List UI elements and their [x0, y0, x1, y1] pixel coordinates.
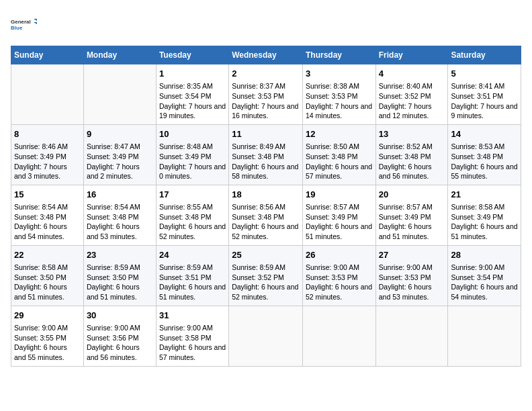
sunset-time: Sunset: 3:49 PM: [14, 152, 66, 161]
day-number: 15: [14, 189, 81, 201]
page-header: General Blue: [11, 11, 521, 38]
header-tuesday: Tuesday: [156, 46, 228, 64]
sunset-time: Sunset: 3:48 PM: [306, 152, 358, 161]
sunset-time: Sunset: 3:49 PM: [87, 152, 139, 161]
day-number: 24: [159, 249, 226, 261]
daylight-hours: Daylight: 6 hours and 51 minutes.: [14, 283, 67, 301]
day-number: 13: [379, 128, 445, 140]
daylight-hours: Daylight: 6 hours and 56 minutes.: [87, 343, 140, 361]
sunrise-time: Sunrise: 8:52 AM: [379, 142, 433, 150]
sunrise-time: Sunrise: 8:48 AM: [159, 142, 213, 150]
sunset-time: Sunset: 3:50 PM: [87, 273, 139, 281]
sunrise-time: Sunrise: 8:46 AM: [14, 142, 68, 150]
sunrise-time: Sunrise: 8:37 AM: [232, 82, 285, 90]
day-number: 12: [306, 128, 373, 140]
calendar-cell: [375, 306, 448, 366]
day-number: 22: [14, 249, 81, 261]
calendar-cell: 22Sunrise: 8:58 AMSunset: 3:50 PMDayligh…: [11, 245, 84, 306]
sunrise-time: Sunrise: 8:49 AM: [232, 142, 285, 150]
day-number: 27: [379, 249, 445, 261]
daylight-hours: Daylight: 6 hours and 55 minutes.: [451, 163, 517, 181]
sunrise-time: Sunrise: 8:58 AM: [451, 203, 504, 211]
calendar-cell: 9Sunrise: 8:47 AMSunset: 3:49 PMDaylight…: [83, 124, 156, 185]
sunset-time: Sunset: 3:48 PM: [451, 152, 503, 161]
calendar-cell: 13Sunrise: 8:52 AMSunset: 3:48 PMDayligh…: [375, 124, 448, 185]
sunset-time: Sunset: 3:53 PM: [306, 92, 358, 100]
day-number: 25: [232, 249, 300, 261]
calendar-week-4: 29Sunrise: 9:00 AMSunset: 3:55 PMDayligh…: [11, 306, 521, 366]
sunset-time: Sunset: 3:53 PM: [232, 92, 284, 100]
daylight-hours: Daylight: 6 hours and 52 minutes.: [232, 222, 298, 240]
calendar-week-3: 22Sunrise: 8:58 AMSunset: 3:50 PMDayligh…: [11, 245, 521, 306]
sunset-time: Sunset: 3:52 PM: [232, 273, 284, 281]
svg-marker-2: [34, 19, 37, 21]
sunset-time: Sunset: 3:52 PM: [379, 92, 431, 100]
sunset-time: Sunset: 3:48 PM: [14, 213, 66, 221]
calendar-cell: 16Sunrise: 8:54 AMSunset: 3:48 PMDayligh…: [83, 185, 156, 245]
calendar-week-1: 8Sunrise: 8:46 AMSunset: 3:49 PMDaylight…: [11, 124, 521, 185]
day-number: 21: [451, 189, 518, 201]
sunrise-time: Sunrise: 8:56 AM: [232, 203, 285, 211]
daylight-hours: Daylight: 6 hours and 51 minutes.: [306, 222, 372, 240]
daylight-hours: Daylight: 7 hours and 12 minutes.: [379, 102, 432, 120]
day-number: 10: [159, 128, 226, 140]
calendar-table: SundayMondayTuesdayWednesdayThursdayFrid…: [11, 46, 521, 367]
calendar-cell: 25Sunrise: 8:59 AMSunset: 3:52 PMDayligh…: [229, 245, 303, 306]
calendar-cell: 17Sunrise: 8:55 AMSunset: 3:48 PMDayligh…: [156, 185, 228, 245]
calendar-cell: [448, 306, 521, 366]
calendar-cell: 14Sunrise: 8:53 AMSunset: 3:48 PMDayligh…: [448, 124, 521, 185]
sunset-time: Sunset: 3:48 PM: [232, 213, 284, 221]
sunset-time: Sunset: 3:56 PM: [87, 334, 139, 342]
sunrise-time: Sunrise: 9:00 AM: [451, 263, 504, 271]
calendar-cell: [83, 64, 156, 125]
calendar-cell: 29Sunrise: 9:00 AMSunset: 3:55 PMDayligh…: [11, 306, 84, 366]
day-number: 9: [87, 128, 153, 140]
calendar-cell: 27Sunrise: 9:00 AMSunset: 3:53 PMDayligh…: [375, 245, 448, 306]
sunset-time: Sunset: 3:48 PM: [379, 152, 431, 161]
daylight-hours: Daylight: 6 hours and 52 minutes.: [159, 222, 226, 240]
day-number: 19: [306, 189, 373, 201]
sunrise-time: Sunrise: 9:00 AM: [306, 263, 359, 271]
daylight-hours: Daylight: 6 hours and 53 minutes.: [87, 222, 140, 240]
sunset-time: Sunset: 3:49 PM: [306, 213, 358, 221]
calendar-cell: 31Sunrise: 9:00 AMSunset: 3:58 PMDayligh…: [156, 306, 228, 366]
calendar-cell: 8Sunrise: 8:46 AMSunset: 3:49 PMDaylight…: [11, 124, 84, 185]
calendar-week-0: 1Sunrise: 8:35 AMSunset: 3:54 PMDaylight…: [11, 64, 521, 125]
day-number: 1: [159, 68, 226, 80]
sunrise-time: Sunrise: 8:54 AM: [87, 203, 140, 211]
day-number: 29: [14, 310, 81, 322]
sunrise-time: Sunrise: 8:35 AM: [159, 82, 213, 90]
calendar-cell: [229, 306, 303, 366]
calendar-cell: 5Sunrise: 8:41 AMSunset: 3:51 PMDaylight…: [448, 64, 521, 125]
calendar-cell: 30Sunrise: 9:00 AMSunset: 3:56 PMDayligh…: [83, 306, 156, 366]
daylight-hours: Daylight: 6 hours and 55 minutes.: [14, 343, 67, 361]
daylight-hours: Daylight: 6 hours and 52 minutes.: [232, 283, 298, 301]
sunrise-time: Sunrise: 8:41 AM: [451, 82, 504, 90]
sunset-time: Sunset: 3:50 PM: [14, 273, 66, 281]
day-number: 11: [232, 128, 300, 140]
calendar-cell: 1Sunrise: 8:35 AMSunset: 3:54 PMDaylight…: [156, 64, 228, 125]
daylight-hours: Daylight: 6 hours and 57 minutes.: [306, 163, 372, 181]
sunrise-time: Sunrise: 8:57 AM: [306, 203, 359, 211]
calendar-cell: 10Sunrise: 8:48 AMSunset: 3:49 PMDayligh…: [156, 124, 228, 185]
daylight-hours: Daylight: 6 hours and 57 minutes.: [159, 343, 226, 361]
day-number: 31: [159, 310, 226, 322]
sunset-time: Sunset: 3:53 PM: [379, 273, 431, 281]
sunrise-time: Sunrise: 8:47 AM: [87, 142, 140, 150]
daylight-hours: Daylight: 6 hours and 51 minutes.: [87, 283, 140, 301]
sunset-time: Sunset: 3:51 PM: [159, 273, 212, 281]
header-friday: Friday: [375, 46, 448, 64]
calendar-cell: 12Sunrise: 8:50 AMSunset: 3:48 PMDayligh…: [302, 124, 375, 185]
day-number: 8: [14, 128, 81, 140]
sunrise-time: Sunrise: 8:55 AM: [159, 203, 213, 211]
sunset-time: Sunset: 3:49 PM: [451, 213, 503, 221]
day-number: 4: [379, 68, 445, 80]
header-saturday: Saturday: [448, 46, 521, 64]
calendar-cell: 18Sunrise: 8:56 AMSunset: 3:48 PMDayligh…: [229, 185, 303, 245]
sunrise-time: Sunrise: 8:58 AM: [14, 263, 68, 271]
calendar-cell: 19Sunrise: 8:57 AMSunset: 3:49 PMDayligh…: [302, 185, 375, 245]
daylight-hours: Daylight: 6 hours and 53 minutes.: [379, 283, 432, 301]
daylight-hours: Daylight: 7 hours and 2 minutes.: [87, 163, 140, 181]
sunset-time: Sunset: 3:58 PM: [159, 334, 212, 342]
calendar-cell: [302, 306, 375, 366]
